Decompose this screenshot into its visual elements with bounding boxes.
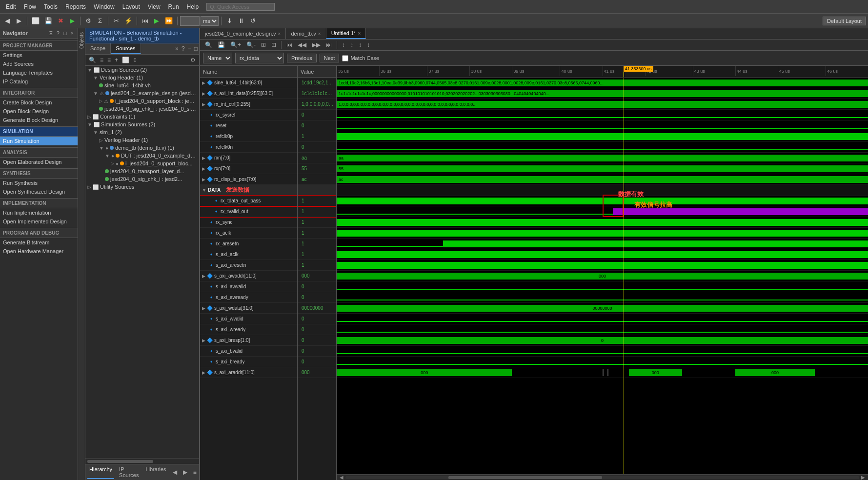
tree-demo-tb[interactable]: ▼ ● demo_tb (demo_tb.v) (1) bbox=[85, 144, 199, 152]
wave-row-wdata[interactable]: ▶🔷s_axi_wdata[31:0] bbox=[200, 303, 297, 314]
wave-marker-btn[interactable]: ↕ bbox=[357, 41, 363, 49]
sources-scrollbar[interactable] bbox=[85, 458, 199, 464]
tab-demo-tb-close[interactable]: × bbox=[318, 31, 321, 37]
wave-row-sync[interactable]: 🔹rx_sync bbox=[200, 217, 297, 228]
nav-icon-3[interactable]: □ bbox=[62, 30, 68, 36]
tab-libraries[interactable]: Libraries bbox=[143, 465, 168, 479]
wave-save-btn[interactable]: 💾 bbox=[216, 41, 227, 49]
nav-language-templates[interactable]: Language Templates bbox=[0, 68, 78, 77]
nav-icon-1[interactable]: Ξ bbox=[48, 30, 54, 36]
forward-button[interactable]: ▶ bbox=[14, 15, 24, 27]
nav-run-implementation[interactable]: Run Implementation bbox=[0, 208, 78, 217]
tab-untitled1[interactable]: Untitled 1* × bbox=[326, 28, 366, 39]
wave-scrollbar-horizontal[interactable]: ◀ ▶ bbox=[337, 474, 868, 480]
wave-row-awvalid[interactable]: 🔹s_axi_awvalid bbox=[200, 281, 297, 292]
tree-transport[interactable]: jesd204_0_transport_layer_d... bbox=[85, 167, 199, 175]
wave-row-bready[interactable]: 🔹s_axi_bready bbox=[200, 357, 297, 367]
lock-button[interactable]: ⬇ bbox=[224, 15, 235, 27]
nav-icon-2[interactable]: ? bbox=[56, 30, 61, 36]
nav-open-hw-manager[interactable]: Open Hardware Manager bbox=[0, 247, 78, 256]
nav-run-simulation[interactable]: Run Simulation bbox=[0, 137, 78, 145]
nav-settings[interactable]: Settings bbox=[0, 51, 78, 60]
quick-access-search[interactable] bbox=[206, 3, 275, 11]
scroll-right-btn[interactable]: ▶ bbox=[860, 475, 866, 480]
sources-minimize[interactable]: − bbox=[186, 43, 193, 54]
tree-utility-sources[interactable]: ▷ ⬜ Utility Sources bbox=[85, 183, 199, 191]
wave-marker2-btn[interactable]: ↕ bbox=[365, 41, 372, 49]
int-data-expand[interactable]: ▶ bbox=[202, 91, 205, 96]
tree-sim1[interactable]: ▼ sim_1 (2) bbox=[85, 128, 199, 136]
tree-jesd204-example[interactable]: ▼ ⚠ jesd204_0_example_design (jesd204... bbox=[85, 89, 199, 97]
data-expand[interactable]: ▼ bbox=[202, 188, 206, 193]
rxn-expand[interactable]: ▶ bbox=[202, 156, 205, 160]
close-button[interactable]: ✖ bbox=[55, 15, 66, 27]
nav-ip-catalog[interactable]: IP Catalog bbox=[0, 77, 78, 86]
step-back-button[interactable]: ⏮ bbox=[140, 15, 150, 27]
tab-scope[interactable]: Scope bbox=[85, 43, 111, 54]
back-button[interactable]: ◀ bbox=[2, 15, 13, 27]
sources-search-btn[interactable]: 🔍 bbox=[87, 56, 98, 64]
tree-verilog-header-1[interactable]: ▼ Verilog Header (1) bbox=[85, 74, 199, 81]
menu-edit[interactable]: Edit bbox=[2, 2, 20, 11]
restart-button[interactable]: ↺ bbox=[247, 15, 258, 27]
sources-expand-btn[interactable]: ≡ bbox=[99, 56, 105, 64]
wave-zoom-out-btn[interactable]: 🔍- bbox=[244, 41, 258, 49]
play-button[interactable]: ▶ bbox=[151, 15, 162, 27]
nav-icon-4[interactable]: × bbox=[70, 30, 75, 36]
wave-row-int-ctrl[interactable]: ▶🔷rx_int_ctrl[0:255] bbox=[200, 99, 297, 110]
nav-open-implemented[interactable]: Open Implemented Design bbox=[0, 217, 78, 226]
tree-dut-support[interactable]: ▷ ● i_jesd204_0_support_bloc... bbox=[85, 160, 199, 167]
run-button[interactable]: ▶ bbox=[67, 15, 78, 27]
scroll-left-btn[interactable]: ◀ bbox=[339, 475, 344, 480]
search-prev-btn[interactable]: Previous bbox=[287, 54, 317, 62]
wave-row-aclk[interactable]: 🔹rx_aclk bbox=[200, 228, 297, 239]
nav-open-synthesized[interactable]: Open Synthesized Design bbox=[0, 187, 78, 196]
tab-jesd204-close[interactable]: × bbox=[278, 31, 281, 37]
wave-cursor-btn[interactable]: ↕ bbox=[340, 41, 347, 49]
wave-row-saxi-aclk[interactable]: 🔹s_axi_aclk bbox=[200, 249, 297, 260]
sources-tab-close[interactable]: × bbox=[174, 43, 180, 54]
int-ctrl-expand[interactable]: ▶ bbox=[202, 102, 205, 107]
wave-row-bresp[interactable]: ▶🔷s_axi_bresp[1:0] bbox=[200, 335, 297, 346]
wdata-expand[interactable]: ▶ bbox=[202, 306, 205, 311]
wave-row-tvalid-out[interactable]: 🔹rx_tvalid_out bbox=[200, 206, 297, 217]
wave-zoom-in-btn[interactable]: 🔍+ bbox=[228, 41, 243, 49]
tree-sig-chk[interactable]: jesd204_0_sig_chk_i : jesd204_0_sig... bbox=[85, 105, 199, 113]
disp-expand[interactable]: ▶ bbox=[202, 177, 205, 182]
tab-demo-tb[interactable]: demo_tb.v × bbox=[286, 28, 326, 39]
sources-maximize[interactable]: □ bbox=[193, 43, 199, 54]
scissors-button[interactable]: ✂ bbox=[111, 15, 121, 27]
src-nav-left[interactable]: ◀ bbox=[171, 465, 179, 479]
menu-help[interactable]: Help bbox=[183, 2, 203, 11]
awaddr-expand[interactable]: ▶ bbox=[202, 274, 205, 279]
sources-add-btn[interactable]: + bbox=[113, 56, 120, 64]
sources-copy-btn[interactable]: ⬜ bbox=[121, 56, 131, 64]
tree-verilog-header-sim[interactable]: ▷ Verilog Header (1) bbox=[85, 136, 199, 144]
bresp-expand[interactable]: ▶ bbox=[202, 338, 205, 343]
route-button[interactable]: ⚡ bbox=[122, 15, 134, 27]
nav-create-block-design[interactable]: Create Block Design bbox=[0, 98, 78, 107]
wave-row-disp[interactable]: ▶🔷rx_disp_is_pos[7:0] bbox=[200, 174, 297, 185]
wave-row-awready[interactable]: 🔹s_axi_awready bbox=[200, 292, 297, 303]
wave-next-btn[interactable]: ▶▶ bbox=[310, 41, 323, 49]
search-next-btn[interactable]: Next bbox=[320, 54, 340, 62]
tree-constraints[interactable]: ▷ ⬜ Constraints (1) bbox=[85, 113, 199, 120]
tree-dut[interactable]: ▼ ● DUT : jesd204_0_example_desi... bbox=[85, 152, 199, 160]
menu-layout[interactable]: Layout bbox=[119, 2, 144, 11]
settings-button[interactable]: ⚙ bbox=[83, 15, 94, 27]
sources-settings-btn[interactable]: ⚙ bbox=[189, 56, 197, 64]
src-bottom-settings[interactable]: ≡ bbox=[192, 465, 198, 479]
tree-sim-sources[interactable]: ▼ ⬜ Simulation Sources (2) bbox=[85, 120, 199, 128]
wave-prev-btn[interactable]: ◀◀ bbox=[296, 41, 308, 49]
src-nav-right[interactable]: ▶ bbox=[182, 465, 189, 479]
menu-tools[interactable]: Tools bbox=[40, 2, 61, 11]
menu-run[interactable]: Run bbox=[164, 2, 183, 11]
nav-generate-block-design[interactable]: Generate Block Design bbox=[0, 116, 78, 124]
tree-sine-lut[interactable]: sine_lut64_14bit.vh bbox=[85, 81, 199, 89]
nav-open-block-design[interactable]: Open Block Design bbox=[0, 107, 78, 116]
wave-row-awaddr[interactable]: ▶🔷s_axi_awaddr[11:0] bbox=[200, 271, 297, 281]
wave-row-reset[interactable]: 🔹reset bbox=[200, 120, 297, 131]
wave-row-sysref[interactable]: 🔹rx_sysref bbox=[200, 110, 297, 120]
menu-flow[interactable]: Flow bbox=[20, 2, 40, 11]
wave-row-refclk0p[interactable]: 🔹refclk0p bbox=[200, 131, 297, 142]
